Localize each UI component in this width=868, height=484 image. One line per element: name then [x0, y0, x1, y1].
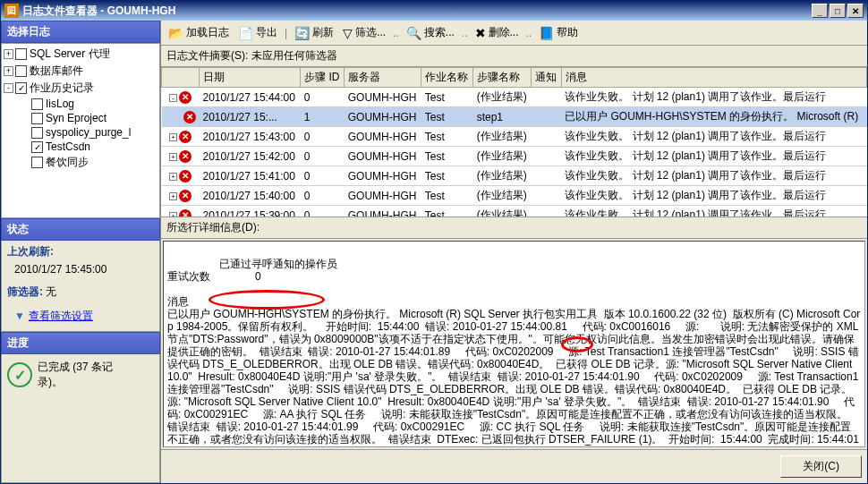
tree-label: SQL Server 代理	[30, 47, 110, 62]
close-dialog-button[interactable]: 关闭(C)	[780, 455, 862, 478]
maximize-button[interactable]: □	[830, 4, 846, 18]
toolbar: 📂加载日志 📄导出 | 🔄刷新 ▽筛选... .. 🔍搜索... .. ✖删除.…	[161, 21, 867, 46]
progress-header: 进度	[1, 332, 160, 354]
error-icon: ✕	[183, 111, 196, 123]
expand-toggle[interactable]: +	[4, 66, 13, 76]
summary-bar: 日志文件摘要(S): 未应用任何筛选器	[161, 46, 867, 67]
checkbox[interactable]: ✓	[31, 141, 43, 153]
error-icon: ✕	[179, 131, 191, 143]
column-header[interactable]: 通知	[532, 68, 562, 88]
column-header[interactable]: 步骤 ID	[301, 68, 345, 88]
window-title: 日志文件查看器 - GOUMH-HGH	[22, 4, 175, 19]
tree-label: 作业历史记录	[30, 81, 94, 96]
column-header[interactable]: 作业名称	[421, 68, 473, 88]
log-grid[interactable]: 日期步骤 ID服务器作业名称步骤名称通知消息-✕2010/1/27 15:44:…	[161, 67, 867, 217]
column-header[interactable]: 消息	[561, 68, 866, 88]
refresh-icon: 🔄	[294, 26, 310, 40]
tree-node[interactable]: ✓TestCsdn	[4, 140, 157, 154]
done-check-icon: ✓	[7, 362, 32, 387]
checkbox[interactable]	[31, 113, 43, 124]
tree-label: IisLog	[46, 98, 74, 110]
error-icon: ✕	[179, 209, 191, 217]
delete-icon: ✖	[475, 26, 486, 40]
row-expand-icon[interactable]: +	[169, 192, 177, 200]
filter-settings-link[interactable]: 查看筛选设置	[29, 310, 93, 322]
delete-button[interactable]: ✖删除...	[472, 23, 523, 42]
tree-label: 数据库邮件	[30, 64, 83, 79]
progress-text: 已完成 (37 条记录)。	[38, 360, 136, 390]
export-icon: 📄	[238, 26, 253, 40]
filter-label: 筛选器:	[7, 285, 43, 298]
table-row[interactable]: +✕2010/1/27 15:39:000GOUMH-HGHTest(作业结果)…	[162, 206, 867, 218]
app-icon: 囸	[4, 4, 19, 18]
checkbox[interactable]: ✓	[15, 82, 27, 94]
table-row[interactable]: +✕2010/1/27 15:42:000GOUMH-HGHTest(作业结果)…	[162, 147, 867, 166]
last-refresh-value: 2010/1/27 15:45:00	[14, 263, 154, 276]
row-expand-icon[interactable]: +	[169, 133, 177, 141]
minimize-button[interactable]: _	[812, 4, 828, 18]
export-button[interactable]: 📄导出	[234, 23, 281, 42]
tree-node[interactable]: syspolicy_purge_l	[4, 125, 157, 140]
checkbox[interactable]	[15, 65, 27, 77]
expand-toggle[interactable]: +	[4, 49, 13, 59]
column-header[interactable]: 日期	[200, 68, 301, 88]
checkbox[interactable]	[31, 157, 43, 168]
tree-node[interactable]: +SQL Server 代理	[4, 46, 157, 63]
detail-textbox[interactable]: 已通过寻呼通知的操作员 重试次数 0 消息 已以用户 GOUMH-HGH\SYS…	[163, 241, 865, 447]
progress-panel: ✓ 已完成 (37 条记录)。	[1, 354, 160, 483]
titlebar: 囸 日志文件查看器 - GOUMH-HGH _ □ ✕	[1, 1, 867, 21]
row-expand-icon[interactable]: +	[169, 153, 177, 161]
filter-value: 无	[46, 285, 56, 298]
search-icon: 🔍	[406, 26, 421, 40]
status-panel: 上次刷新: 2010/1/27 15:45:00 筛选器: 无 ▼查看筛选设置	[1, 241, 160, 332]
error-icon: ✕	[179, 91, 191, 104]
close-button[interactable]: ✕	[847, 4, 864, 18]
table-row[interactable]: +✕2010/1/27 15:40:000GOUMH-HGHTest(作业结果)…	[162, 186, 867, 206]
search-button[interactable]: 🔍搜索...	[403, 23, 458, 42]
tree-node[interactable]: Syn Eproject	[4, 111, 157, 125]
log-tree[interactable]: +SQL Server 代理+数据库邮件-✓作业历史记录IisLogSyn Ep…	[1, 43, 160, 218]
folder-icon: 📂	[168, 26, 183, 40]
tree-label: syspolicy_purge_l	[46, 126, 131, 139]
tree-label: 餐饮同步	[46, 155, 89, 170]
help-button[interactable]: 📘帮助	[535, 23, 582, 42]
table-row[interactable]: +✕2010/1/27 15:43:000GOUMH-HGHTest(作业结果)…	[162, 127, 867, 147]
row-expand-icon[interactable]: -	[169, 94, 177, 102]
status-header: 状态	[1, 218, 160, 241]
expand-toggle[interactable]: -	[4, 83, 13, 93]
tree-node[interactable]: 餐饮同步	[4, 154, 157, 171]
error-icon: ✕	[179, 150, 191, 163]
tree-node[interactable]: +数据库邮件	[4, 63, 157, 80]
tree-node[interactable]: IisLog	[4, 97, 157, 111]
last-refresh-label: 上次刷新:	[7, 244, 154, 259]
error-icon: ✕	[179, 190, 191, 202]
error-icon: ✕	[179, 170, 191, 183]
tree-label: TestCsdn	[46, 140, 90, 153]
tree-node[interactable]: -✓作业历史记录	[4, 80, 157, 97]
row-expand-icon[interactable]: +	[169, 212, 177, 217]
help-icon: 📘	[539, 26, 554, 40]
tree-header: 选择日志	[1, 21, 160, 43]
funnel-icon: ▼	[14, 310, 25, 322]
row-expand-icon[interactable]: +	[169, 173, 177, 181]
load-log-button[interactable]: 📂加载日志	[165, 23, 233, 42]
refresh-button[interactable]: 🔄刷新	[291, 23, 337, 42]
filter-icon: ▽	[343, 26, 353, 40]
table-row[interactable]: -✕2010/1/27 15:44:000GOUMH-HGHTest(作业结果)…	[162, 88, 867, 107]
checkbox[interactable]	[15, 48, 27, 60]
tree-label: Syn Eproject	[46, 112, 106, 124]
table-row[interactable]: ✕2010/1/27 15:...1GOUMH-HGHTeststep1已以用户…	[162, 107, 867, 127]
detail-header: 所选行详细信息(D):	[161, 217, 867, 239]
table-row[interactable]: +✕2010/1/27 15:41:000GOUMH-HGHTest(作业结果)…	[162, 166, 867, 186]
column-header[interactable]: 步骤名称	[473, 68, 532, 88]
checkbox[interactable]	[31, 127, 43, 139]
filter-button[interactable]: ▽筛选...	[339, 23, 389, 42]
column-header[interactable]: 服务器	[345, 68, 421, 88]
checkbox[interactable]	[31, 98, 43, 110]
